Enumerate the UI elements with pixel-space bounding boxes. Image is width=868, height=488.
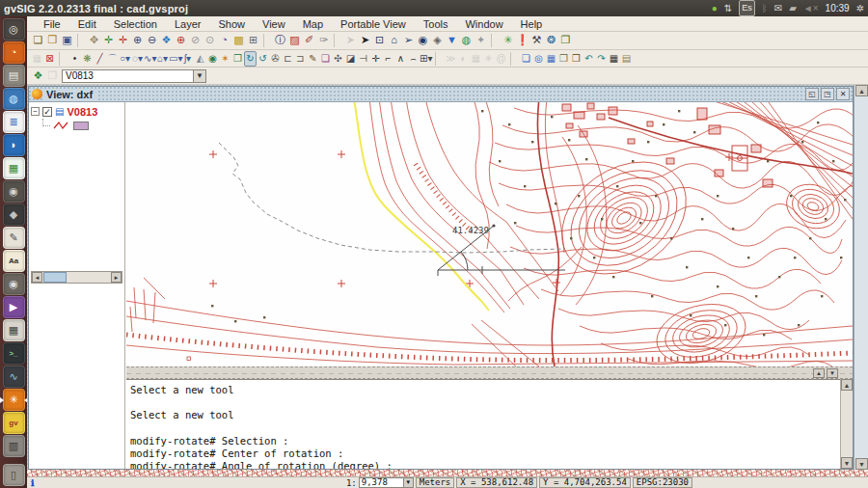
tools-icon[interactable]: ⚒ <box>529 33 544 48</box>
select-polygon-icon[interactable]: ⌂ <box>387 33 401 48</box>
zoom-layer-icon[interactable]: ❖ <box>159 33 174 48</box>
writer-icon[interactable]: ≣ <box>3 111 25 133</box>
new-project-icon[interactable]: ❏ <box>31 33 45 48</box>
layer-visibility-checkbox[interactable]: ✓ <box>42 107 52 117</box>
gvsig-launcher-icon[interactable]: gv <box>3 412 25 434</box>
rotate-icon[interactable]: ↻ <box>244 51 257 67</box>
point-tool-icon[interactable]: • <box>68 51 81 67</box>
screenshot-icon[interactable]: ◉ <box>3 273 25 295</box>
fonts-icon[interactable]: Aa <box>3 250 25 272</box>
menu-item[interactable]: Selection <box>105 17 166 31</box>
tree-expander-icon[interactable]: − <box>31 107 40 116</box>
media-player-icon[interactable]: ▶ <box>3 296 25 318</box>
frame-manager-icon[interactable]: ▩ <box>231 33 246 48</box>
mail-icon[interactable]: ✉ <box>774 1 782 15</box>
map-canvas[interactable]: 41.4239 <box>126 102 853 366</box>
scroll-down-icon[interactable]: ▼ <box>841 457 853 469</box>
close-button[interactable]: ✕ <box>836 88 850 100</box>
measure-area-icon[interactable]: ▨ <box>287 33 302 48</box>
measure-distance-icon[interactable]: ✐ <box>302 33 316 48</box>
clock[interactable]: 10:39 <box>826 1 850 15</box>
console-splitter[interactable]: ▲ ▼ <box>126 366 853 379</box>
circle-tool-icon[interactable]: ○▾ <box>119 51 131 67</box>
open-project-icon[interactable]: ❒ <box>45 33 60 48</box>
layer-manager-icon[interactable]: ❐ <box>45 68 60 84</box>
text-editor-icon[interactable]: ✎ <box>3 227 25 249</box>
info-icon[interactable]: ⓘ <box>273 33 287 48</box>
toolbar-icon[interactable] <box>59 52 66 66</box>
split-icon[interactable]: ◪ <box>344 51 357 67</box>
fillet-icon[interactable]: ⌢ <box>407 51 420 67</box>
gimp-icon[interactable]: ◉ <box>3 180 25 203</box>
menu-item[interactable]: Edit <box>69 17 105 31</box>
trim-icon[interactable]: ⌐ <box>382 51 394 67</box>
clear-selection-icon[interactable]: ✦ <box>474 33 488 48</box>
dash-home-button[interactable]: ◎ <box>3 18 25 41</box>
zoom-manager-icon[interactable]: ◔ <box>217 33 231 48</box>
zoom-extent-icon[interactable]: ✛ <box>101 33 116 48</box>
calculator-icon[interactable]: ▦ <box>3 319 25 341</box>
line-tool-icon[interactable]: ╱ <box>94 51 106 67</box>
keyboard-indicator[interactable]: Es <box>739 0 755 16</box>
error-log-icon[interactable]: ❗ <box>515 33 529 48</box>
combo-dropdown-icon[interactable]: ▼ <box>193 69 206 83</box>
splitter-down-icon[interactable]: ▼ <box>827 368 838 378</box>
menu-item[interactable]: Portable View <box>332 17 415 31</box>
arc-tool-icon[interactable]: ⌒ <box>106 51 119 67</box>
rotate-point-icon[interactable]: ↺ <box>257 51 269 67</box>
scroll-up-icon[interactable]: ▲ <box>841 379 853 391</box>
system-monitor-icon[interactable]: ∿ <box>3 366 25 388</box>
zoom-next-icon[interactable]: ⊙ <box>203 33 217 48</box>
globe-icon[interactable]: ◍ <box>459 33 474 48</box>
scroll-down-icon[interactable]: ▼ <box>855 458 868 470</box>
scrollbar-thumb[interactable] <box>43 272 67 283</box>
edit-vertex-icon[interactable]: ✎ <box>307 51 319 67</box>
toolbar-icon[interactable] <box>491 34 498 47</box>
polygon-tool-icon[interactable]: ⌂▾ <box>156 51 169 67</box>
terminal-icon[interactable]: >_ <box>3 342 25 365</box>
maximize-button[interactable]: ◳ <box>821 88 834 100</box>
session-gear-icon[interactable]: ✲ <box>856 1 864 15</box>
select-point-icon[interactable]: ➤ <box>358 33 372 48</box>
toolbar-icon[interactable] <box>435 52 442 66</box>
toolbar-icon[interactable] <box>263 34 270 47</box>
toolbar-icon[interactable] <box>510 52 517 66</box>
zoom-selection-icon[interactable]: ⊕ <box>174 33 188 48</box>
clipboard-icon[interactable]: ❒ <box>570 51 583 67</box>
georef-icon[interactable]: ✳ <box>482 51 495 67</box>
chamfer-icon[interactable]: ∧ <box>394 51 407 67</box>
zoom-back-icon[interactable]: ⊘ <box>188 33 203 48</box>
attribute-table-icon[interactable]: ▦ <box>608 51 620 67</box>
menu-item[interactable]: Tools <box>415 17 457 31</box>
volume-muted-icon[interactable]: ◄× <box>803 1 819 15</box>
table-icon[interactable]: ▦ <box>545 51 557 67</box>
scale-combobox[interactable]: 9,378 ▼ <box>359 477 414 488</box>
menu-item[interactable]: Layer <box>166 17 210 31</box>
console-scrollbar[interactable]: ▲ ▼ <box>840 379 853 469</box>
thunderbird-icon[interactable]: ◗ <box>3 134 25 156</box>
redo-icon[interactable]: ↷ <box>595 51 608 67</box>
copy-geom-icon[interactable]: ❐ <box>231 51 244 67</box>
ellipse-tool-icon[interactable]: ◌▾ <box>131 51 144 67</box>
reshape-icon[interactable]: ⊐ <box>294 51 307 67</box>
trash-icon[interactable]: ▯ <box>3 464 25 486</box>
join-icon[interactable]: ⊣ <box>357 51 369 67</box>
workspace-scrollbar[interactable]: ▲ ▼ <box>854 85 868 470</box>
snap-icon[interactable]: ❋ <box>81 51 94 67</box>
polyline-tool-icon[interactable]: ∿▾ <box>144 51 156 67</box>
hyperlink-icon[interactable]: ✑ <box>316 33 331 48</box>
at-icon[interactable]: @ <box>495 51 507 67</box>
active-layer-value[interactable]: V0813 <box>62 69 193 83</box>
firefox-icon[interactable]: ◔ <box>3 41 25 64</box>
extend-icon[interactable]: ✛ <box>369 51 382 67</box>
menu-item[interactable]: Window <box>456 17 511 31</box>
layer-tree-row[interactable]: − ✓ ▤ V0813 <box>29 102 124 118</box>
select-circle-icon[interactable]: ◉ <box>416 33 430 48</box>
filter-icon[interactable]: ▼ <box>445 33 459 48</box>
file-manager-icon[interactable]: ▤ <box>3 65 25 87</box>
scale-dropdown-icon[interactable]: ▼ <box>403 477 414 488</box>
toolbar-icon[interactable] <box>77 34 84 47</box>
menu-item[interactable]: View <box>254 17 294 31</box>
minimize-button[interactable]: ◱ <box>805 88 819 100</box>
grid-icon[interactable]: ▦ <box>31 51 43 67</box>
